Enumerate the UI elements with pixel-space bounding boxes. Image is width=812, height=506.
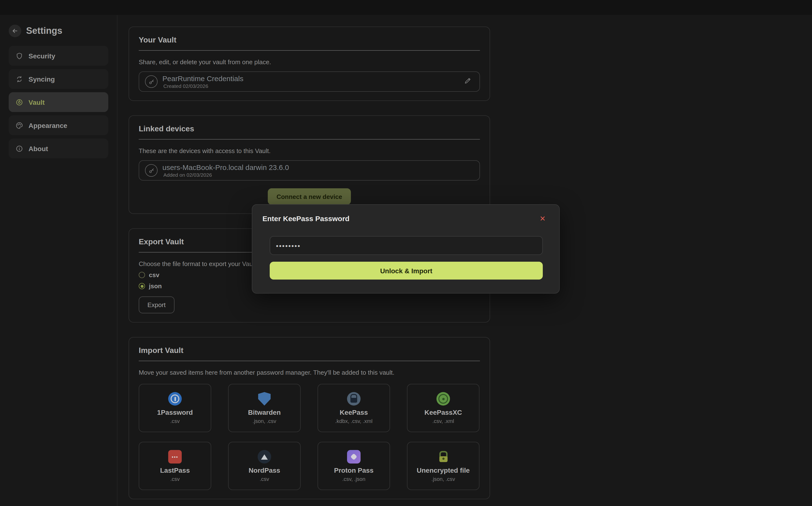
dialog-title: Enter KeePass Password [262,215,349,223]
close-icon[interactable]: ✕ [540,215,546,222]
password-input[interactable] [270,236,543,255]
app-window: Settings Security Syncing Vault Appeara [0,0,812,506]
unlock-import-button[interactable]: Unlock & Import [270,262,543,279]
keepass-password-dialog: Enter KeePass Password ✕ Unlock & Import [252,204,560,293]
